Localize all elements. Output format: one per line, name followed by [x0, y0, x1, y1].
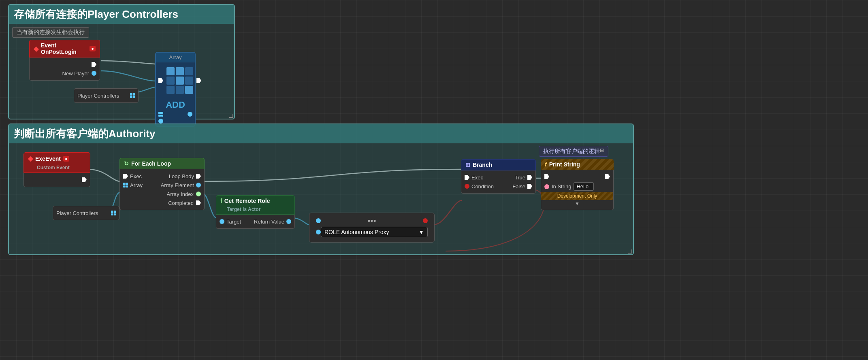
in-string-value[interactable]: Hello	[574, 182, 594, 191]
for-each-array-element-pin	[196, 183, 201, 187]
for-each-exec-row: Exec Loop Body	[120, 172, 204, 181]
add-exec-in-icon	[158, 78, 163, 83]
enum-dropdown[interactable]: ROLE Autonomous Proxy ▼	[321, 227, 428, 237]
node-event-onpostlogin-body: New Player	[29, 58, 100, 81]
player-controllers-bottom-array-pin	[111, 211, 116, 215]
for-each-completed-pin	[196, 200, 201, 205]
for-each-array-in-icon	[123, 183, 128, 187]
add-array-in-pin	[158, 112, 163, 117]
player-controllers-bottom-body: Player Controllers	[53, 206, 119, 220]
player-controllers-top-array-pin	[130, 93, 135, 98]
add-node-title: Array	[156, 53, 195, 62]
node-get-remote-role[interactable]: f Get Remote Role Target is Actor Target…	[216, 195, 295, 229]
node-player-controllers-top[interactable]: Player Controllers	[74, 88, 139, 103]
for-each-exec-in-icon	[123, 174, 128, 179]
enum-dropdown-arrow: ▼	[418, 229, 424, 235]
exe-event-exec-out-icon	[82, 177, 87, 182]
branch-exec-in-icon	[465, 175, 469, 180]
branch-true-pin	[527, 175, 532, 180]
print-string-body: In String Hello Development Only ▼	[541, 170, 614, 210]
branch-condition-row: Condition False	[461, 182, 535, 191]
node-event-onpostlogin[interactable]: ◆ Event OnPostLogin ● New Player	[29, 40, 100, 81]
node-add[interactable]: Array ADD	[155, 52, 196, 127]
node-branch[interactable]: ⊞ Branch Exec True Condition False	[461, 159, 536, 194]
node-print-string[interactable]: f Print String In String Hello Developme…	[541, 159, 614, 210]
print-exec-in-icon	[544, 174, 549, 179]
comment-subtitle-top: 当有新的连接发生都会执行	[12, 27, 89, 38]
player-controllers-top-body: Player Controllers	[74, 88, 139, 103]
for-each-loop-body: Exec Loop Body Array Array Element Array…	[119, 169, 205, 210]
branch-condition-pin	[465, 184, 469, 189]
get-remote-role-header: f Get Remote Role Target is Actor	[216, 195, 295, 215]
branch-false-pin	[527, 184, 532, 189]
for-each-array-row: Array Array Element	[120, 181, 204, 190]
comment-title-top: 存储所有连接的Player Controllers	[9, 5, 234, 24]
enum-out-pin	[423, 218, 428, 223]
get-remote-role-return-pin	[286, 219, 291, 224]
exe-event-exec-out	[24, 175, 90, 184]
resize-handle-top[interactable]	[229, 114, 233, 118]
exec-pin-out-icon	[92, 62, 96, 67]
add-return-pin	[188, 112, 192, 117]
comment-title-bottom: 判断出所有客户端的Authority	[9, 124, 633, 143]
dev-only-label: Development Only	[541, 192, 613, 200]
node-for-each-loop[interactable]: ↻ For Each Loop Exec Loop Body Array	[119, 158, 205, 210]
print-string-expand[interactable]: ▼	[541, 200, 613, 207]
resize-handle-bottom[interactable]	[628, 249, 632, 253]
for-each-array-index-row: Array Index	[120, 190, 204, 198]
for-each-loop-header: ↻ For Each Loop	[119, 158, 205, 169]
for-each-array-index-pin	[196, 192, 201, 196]
pin-exec-out	[30, 60, 100, 69]
branch-header: ⊞ Branch	[461, 159, 536, 170]
enum-dropdown-row: ROLE Autonomous Proxy ▼	[313, 225, 431, 239]
new-player-pin-icon	[92, 71, 96, 76]
comment-exec-logic: 执行所有客户端的逻辑 ⊟	[539, 146, 608, 157]
node-exe-event-header: ◆ ExeEvent ● Custom Event	[23, 152, 90, 173]
for-each-loop-body-pin	[196, 174, 201, 179]
get-remote-role-target-pin	[220, 219, 224, 224]
node-enum[interactable]: ●●● ROLE Autonomous Proxy ▼	[309, 213, 435, 243]
print-string-header: f Print String	[541, 159, 614, 170]
for-each-completed-row: Completed	[120, 198, 204, 207]
get-remote-role-target-row: Target Return Value	[216, 217, 294, 226]
get-remote-role-body: Target Return Value	[216, 215, 295, 229]
node-event-onpostlogin-header: ◆ Event OnPostLogin ●	[29, 40, 100, 58]
node-exe-event[interactable]: ◆ ExeEvent ● Custom Event	[23, 152, 90, 187]
in-string-pin	[544, 184, 549, 189]
player-controllers-bottom-row: Player Controllers	[53, 209, 119, 217]
enum-value-in-pin	[316, 230, 321, 234]
add-label: ADD	[166, 99, 185, 112]
print-exec-out-icon	[605, 174, 610, 179]
branch-body: Exec True Condition False	[461, 170, 536, 194]
add-item-pin	[158, 119, 163, 124]
node-exe-event-body	[23, 173, 90, 187]
pin-new-player: New Player	[30, 69, 100, 78]
player-controllers-top-row: Player Controllers	[74, 91, 138, 100]
add-node-grid	[163, 64, 196, 97]
enum-in-pin	[316, 218, 321, 223]
print-exec-row	[541, 172, 613, 181]
branch-exec-row: Exec True	[461, 173, 535, 182]
in-string-row: In String Hello	[541, 181, 613, 192]
enum-node-body: ●●● ROLE Autonomous Proxy ▼	[309, 213, 434, 242]
node-player-controllers-bottom[interactable]: Player Controllers	[53, 206, 119, 220]
